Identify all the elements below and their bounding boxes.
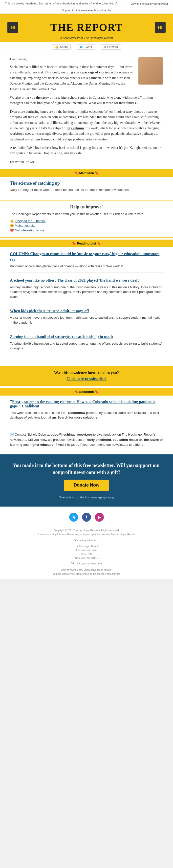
intro-para-2: We also bring you the story of three hig… xyxy=(10,95,163,106)
article-4-desc: Tutoring, flexible instruction and targe… xyxy=(10,341,163,351)
subscribe-link[interactable]: Click here to subscribe! xyxy=(67,376,106,381)
subscribe-cta-text: Was this newsletter forwarded to you? xyxy=(10,371,163,375)
story-link[interactable]: the story xyxy=(36,96,49,99)
article-3-title[interactable]: When kids pick their 'trusted adult,' it… xyxy=(10,308,163,314)
contact-section: 📧 Contact Nichole Dobo at dobo@hechinger… xyxy=(0,429,173,453)
search-solutions-link[interactable]: Search for more solutions. xyxy=(58,415,98,419)
article-block-4: Zeroing in on a handful of strategies to… xyxy=(10,334,163,354)
vote-item-3: 💔 Not interesting to me. xyxy=(10,228,163,232)
header-subtitle: A newsletter from The Hechinger Report xyxy=(7,35,166,42)
article-1-title[interactable]: COLUMN: Changes to come should be 'music… xyxy=(10,251,163,262)
thumbsdown-icon: 💔 xyxy=(10,228,14,232)
donate-title: You made it to the bottom of this free n… xyxy=(10,462,163,476)
give-today-link[interactable]: Give today to make this message go away xyxy=(10,496,163,499)
unsubscribe-text: Want to change how you receive these ema… xyxy=(10,568,163,572)
email-wrapper: This is a weekly newsletter. Sign up for… xyxy=(0,0,173,579)
package-link[interactable]: package of stories xyxy=(82,70,109,74)
header: HI THE REPORT HI xyxy=(7,18,166,35)
article-block-3: When kids pick their 'trusted adult,' it… xyxy=(10,308,163,329)
add-address-link[interactable]: Add us to your address book xyxy=(71,562,102,565)
flag-icon-sol-left: 🔖 xyxy=(74,390,78,394)
facebook-social-button[interactable]: f xyxy=(82,513,91,522)
share-button[interactable]: 👍 Share xyxy=(52,44,70,50)
flag-icon-reading-left: 🔖 xyxy=(72,242,76,245)
editor-signature: Liz Willen, Editor xyxy=(10,160,163,164)
footer: Copyright © 2021 The Hechinger Report. A… xyxy=(0,526,173,579)
reading-list-label: 🔖 Reading List 🔖 xyxy=(0,240,173,247)
vote-item-2: 😐 Meh... just ok. xyxy=(10,224,163,227)
intro-para-3: Even more confusing times are on the hor… xyxy=(10,109,163,142)
article-2-title[interactable]: A school year like no other: The class o… xyxy=(10,278,163,283)
person-photo xyxy=(138,57,163,85)
top-bar: This is a weekly newsletter. Sign up for… xyxy=(0,0,173,7)
ed-research-link[interactable]: education research xyxy=(113,438,142,441)
flag-icon-reading-right: 🔖 xyxy=(97,242,101,245)
contact-email-link[interactable]: dobo@hechingerreport.org xyxy=(50,433,92,436)
main-idea-subtitle: Daily tutoring for those who are most be… xyxy=(10,187,163,192)
solutionsu-link[interactable]: SolutionsU xyxy=(68,411,85,414)
early-childhood-link[interactable]: early childhood xyxy=(87,438,111,441)
email-icon: 📧 xyxy=(10,433,14,436)
solutions-text: Solutions xyxy=(79,390,94,394)
article-block-2: A school year like no other: The class o… xyxy=(10,278,163,303)
donate-button[interactable]: Donate Now xyxy=(64,479,109,491)
solutions-body: This week's solutions section came from … xyxy=(10,410,163,420)
article-4-title[interactable]: Zeroing in on a handful of strategies to… xyxy=(10,334,163,339)
instagram-social-button[interactable]: ▶ xyxy=(95,513,104,522)
reading-section: COLUMN: Changes to come should be 'music… xyxy=(0,247,173,364)
column-link[interactable]: my column xyxy=(67,126,84,130)
vote-link-1[interactable]: It helped me. Thanks! xyxy=(15,219,46,223)
vote-link-2[interactable]: Meh... just ok. xyxy=(15,224,35,227)
tweet-button[interactable]: 🐦 Tweet xyxy=(77,44,95,50)
neutral-icon: 😐 xyxy=(10,224,14,227)
higher-ed-link[interactable]: higher education xyxy=(30,443,56,446)
intro-para-4: A reminder: We'd love to hear how back t… xyxy=(10,145,163,156)
main-idea-label: 🔖 Main Idea 🔖 xyxy=(0,169,173,177)
twitter-social-button[interactable]: 𝕏 xyxy=(69,513,78,522)
footer-address: The Hechinger Report475 Riverside DriveS… xyxy=(10,545,163,560)
donate-section: You made it to the bottom of this free n… xyxy=(0,455,173,506)
thumbsup-icon: 👍 xyxy=(10,219,14,223)
main-idea-text: Main Idea xyxy=(79,171,94,175)
social-share-bar: 👍 Share 🐦 Tweet ✉ Forward xyxy=(0,42,173,53)
flag-icon-right: 🔖 xyxy=(95,171,99,175)
help-section: Help us improve! The Hechinger Report wa… xyxy=(0,200,173,238)
article-block-1: COLUMN: Changes to come should be 'music… xyxy=(10,251,163,273)
header-title: THE REPORT xyxy=(50,22,123,33)
manage-preferences-link[interactable]: You can update your preferences or unsub… xyxy=(53,572,120,575)
top-bar-left: This is a weekly newsletter. Sign up for… xyxy=(5,2,118,5)
footer-address-label: Our mailing address is: xyxy=(10,538,163,542)
subscribe-cta: Was this newsletter forwarded to you? Cl… xyxy=(0,366,173,386)
receiving-text: You are receiving this email because you… xyxy=(10,532,163,536)
tweet-label: Tweet xyxy=(84,45,92,49)
vote-item-1: 👍 It helped me. Thanks! xyxy=(10,219,163,223)
main-idea-title[interactable]: The science of catching up xyxy=(10,181,163,186)
share-icon: 👍 xyxy=(55,45,59,49)
reading-list-text: Reading List xyxy=(77,242,96,245)
flag-icon-sol-right: 🔖 xyxy=(95,390,99,394)
solutions-section: "First-graders in the reading red zone: … xyxy=(0,396,173,427)
solutions-article-title: "First-graders in the reading red zone: … xyxy=(10,400,163,408)
solutions-article-link[interactable]: First-graders in the reading red zone: H… xyxy=(10,400,155,408)
flag-icon-left: 🔖 xyxy=(74,171,78,175)
signup-link[interactable]: Sign up for a free subscription, and inv… xyxy=(39,2,114,5)
twitter-icon: 🐦 xyxy=(79,45,83,49)
forward-label: Forward xyxy=(107,45,118,49)
header-icon-left: HI xyxy=(7,22,18,33)
intro-section: Dear reader, Social media is filled with… xyxy=(0,53,173,169)
article-2-desc: As they finished high school during one … xyxy=(10,285,163,300)
forward-icon: ✉ xyxy=(104,45,106,49)
view-in-browser-link[interactable]: View this email in your browser xyxy=(131,2,168,5)
support-bar: Support for this newsletter is provided … xyxy=(0,7,173,13)
forward-button[interactable]: ✉ Forward xyxy=(101,44,121,50)
vote-link-3[interactable]: Not interesting to me. xyxy=(15,228,45,232)
social-footer: 𝕏 f ▶ xyxy=(0,508,173,526)
article-3-desc: A district made it every employee's job,… xyxy=(10,315,163,325)
solutions-label: 🔖 Solutions 🔖 xyxy=(0,388,173,396)
header-icon-right: HI xyxy=(155,22,166,33)
article-1-desc: Pandemic accelerates glacial pace of cha… xyxy=(10,264,163,269)
vote-list: 👍 It helped me. Thanks! 😐 Meh... just ok… xyxy=(10,219,163,232)
help-title: Help us improve! xyxy=(10,205,163,210)
share-label: Share xyxy=(60,45,68,49)
support-text: Support for this newsletter is provided … xyxy=(62,9,111,12)
